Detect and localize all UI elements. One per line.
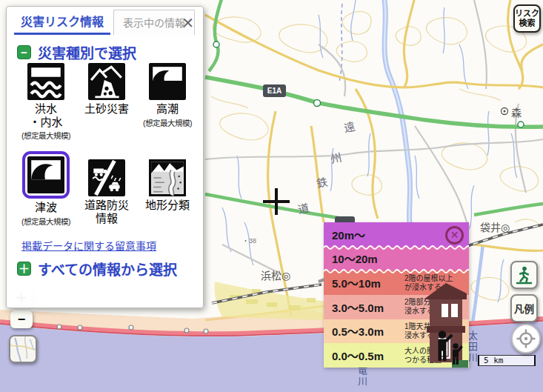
minimap-thumbnail-icon: [10, 336, 36, 362]
elevation-point: ・38: [242, 236, 256, 245]
disaster-type-sublabel: (想定最大規模): [143, 117, 192, 128]
disaster-type-storm-surge[interactable]: 高潮 (想定最大規模): [137, 63, 198, 156]
legend-row: 0.5〜3.0m 1階天井まで 浸水する程度: [324, 319, 469, 344]
depth-description: 1階天井まで 浸水する程度: [404, 322, 449, 340]
minimap-button[interactable]: [9, 335, 37, 363]
tab-disaster-risk-info[interactable]: 災害リスク情報: [14, 8, 110, 35]
panel-close-icon[interactable]: ✕: [181, 16, 194, 30]
depth-description: 2階部分まで 浸水する程度: [404, 298, 449, 316]
disaster-type-label: 道路防災 情報: [84, 199, 129, 225]
legend-close-button[interactable]: ✕: [445, 226, 464, 245]
disaster-type-tsunami[interactable]: 津波 (想定最大規模): [16, 156, 76, 227]
disaster-type-grid: 洪水 ・内水 (想定最大規模) 土砂災害: [16, 63, 198, 227]
current-location-button[interactable]: [511, 324, 541, 353]
disaster-type-flood[interactable]: 洪水 ・内水 (想定最大規模): [16, 63, 76, 156]
tsunami-depth-legend: 20m〜 10〜20m 5.0〜10m 2階の屋根以上 が浸水する 3.0〜5.…: [324, 222, 469, 368]
legend-row: 3.0〜5.0m 2階部分まで 浸水する程度: [324, 295, 469, 319]
depth-description: 2階の屋根以上 が浸水する: [404, 274, 453, 292]
landslide-icon: [88, 63, 125, 100]
flood-icon: [27, 63, 64, 100]
disaster-type-landslide[interactable]: 土砂災害: [76, 63, 137, 156]
disaster-risk-panel: 災害リスク情報 表示中の情報 ✕ − 災害種別で選択 洪水 ・内水 (想定最大規…: [6, 6, 204, 308]
disaster-type-landform[interactable]: 地形分類: [137, 156, 198, 227]
section-title: すべての情報から選択: [38, 259, 177, 279]
disaster-type-label: 洪水 ・内水: [29, 102, 62, 128]
legend-toggle-button[interactable]: 凡例: [510, 294, 538, 322]
disaster-type-label: 土砂災害: [84, 102, 129, 116]
disaster-type-label: 地形分類: [145, 199, 190, 212]
depth-label: 10〜20m: [332, 250, 404, 266]
depth-label: 5.0〜10m: [332, 275, 404, 290]
expressway-badge: E1A: [263, 84, 286, 97]
section-select-by-type: − 災害種別で選択: [17, 42, 136, 62]
depth-label: 0.0〜0.5m: [332, 348, 404, 363]
gps-target-icon: [516, 329, 536, 348]
collapse-icon[interactable]: −: [17, 45, 31, 59]
depth-description: 大人の膝まで つかる程度: [404, 347, 449, 365]
expand-icon[interactable]: ＋: [17, 262, 31, 276]
legend-row: 0.0〜0.5m 大人の膝まで つかる程度: [324, 343, 469, 368]
section-select-all-info: ＋ すべての情報から選択: [17, 259, 177, 279]
disaster-type-sublabel: (想定最大規模): [21, 216, 70, 227]
section-title: 災害種別で選択: [38, 42, 136, 62]
depth-label: 0.5〜3.0m: [332, 323, 404, 339]
landform-icon: [149, 159, 186, 196]
disaster-type-label: 高潮: [156, 102, 179, 116]
zoom-out-button[interactable]: −: [10, 310, 33, 328]
road-disaster-icon: [88, 159, 125, 196]
data-notes-link[interactable]: 掲載データに関する留意事項: [21, 238, 156, 253]
disaster-type-sublabel: (想定最大規模): [21, 130, 70, 141]
scale-bar: 5 km: [478, 355, 536, 366]
panel-tabbar: 災害リスク情報 表示中の情報: [14, 11, 195, 35]
depth-label: 3.0〜5.0m: [332, 299, 404, 315]
risk-search-button[interactable]: リスク 検索: [513, 4, 541, 33]
tsunami-icon: [27, 156, 64, 193]
legend-row: 10〜20m: [324, 247, 469, 271]
depth-label: 20m〜: [332, 227, 404, 242]
selected-ring: [22, 151, 70, 199]
disaster-type-road[interactable]: 道路防災 情報: [76, 156, 137, 227]
legend-row: 5.0〜10m 2階の屋根以上 が浸水する: [324, 270, 469, 295]
disaster-type-label: 津波: [35, 201, 57, 214]
evacuation-site-button[interactable]: [510, 261, 538, 289]
storm-surge-icon: [149, 63, 186, 100]
running-person-icon: [514, 265, 534, 285]
